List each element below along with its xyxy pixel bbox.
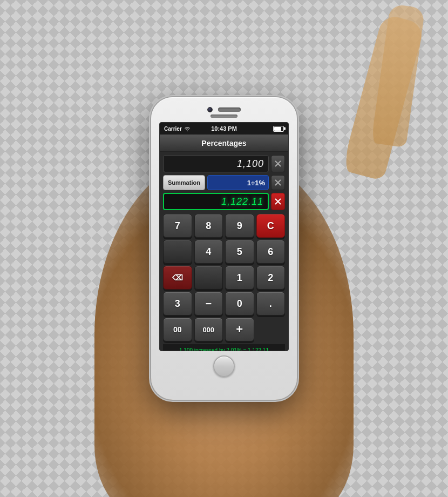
key-dot[interactable]: . [256,292,286,315]
key-2[interactable]: 2 [256,266,286,290]
x-icon-2 [274,179,282,186]
result-display: 1,122.11 [163,193,269,210]
key-7[interactable]: 7 [163,214,192,238]
key-clear[interactable]: C [256,214,286,238]
result-text-area: 1,100 increased by 2.01% = 1,122.11 incr… [163,344,285,351]
status-time: 10:43 PM [211,125,237,132]
summation-button[interactable]: Summation [163,175,205,190]
clear-btn-2[interactable] [271,175,285,190]
key-000[interactable]: 000 [194,318,223,341]
display-row-2: Summation 1÷1% [163,175,285,190]
status-bar: Carrier 10:43 PM [160,123,288,135]
display-row-result: 1,122.11 [163,193,285,210]
title-bar: Percentages [160,135,288,152]
status-right [273,126,284,132]
clear-btn-red[interactable] [271,193,285,210]
key-3[interactable]: 3 [163,292,192,315]
key-1[interactable]: 1 [225,266,254,290]
main-display-value: 1,100 [237,158,264,170]
phone-bottom [213,351,235,379]
main-display: 1,100 [163,155,269,172]
battery-icon [273,126,284,132]
keypad: 7 8 9 C 4 5 6 ⌫ 1 2 3 − 0 . 00 0 [163,214,285,341]
home-button[interactable] [213,355,235,377]
phone: Carrier 10:43 PM Percentages [151,97,297,400]
camera [207,107,213,112]
pct-display: 1÷1% [207,175,269,190]
status-left: Carrier [164,126,191,132]
speaker [211,115,237,118]
battery-fill [274,127,281,131]
result-display-value: 1,122.11 [221,196,263,207]
key-backspace[interactable]: ⌫ [163,266,192,290]
app-title: Percentages [201,139,246,147]
key-6[interactable]: 6 [256,240,286,264]
key-8[interactable]: 8 [194,214,223,238]
x-icon [274,160,282,167]
carrier-text: Carrier [164,126,182,132]
phone-screen: Carrier 10:43 PM Percentages [159,122,289,351]
key-0[interactable]: 0 [225,292,254,315]
key-dark-1[interactable] [163,240,192,264]
x-icon-red [274,198,282,205]
phone-top [155,104,293,122]
top-sensors [207,107,241,112]
key-4[interactable]: 4 [194,240,223,264]
key-minus[interactable]: − [194,292,223,315]
earpiece [218,108,241,112]
calc-body: 1,100 Summation 1÷1% [160,152,288,351]
key-dark-2[interactable] [194,266,223,290]
key-plus[interactable]: + [225,318,254,341]
pct-display-value: 1÷1% [247,179,265,187]
result-line1: 1,100 increased by 2.01% = 1,122.11 [165,347,283,351]
wifi-icon [184,126,191,131]
clear-btn-1[interactable] [271,155,285,172]
key-00[interactable]: 00 [163,318,192,341]
key-5[interactable]: 5 [225,240,254,264]
key-9[interactable]: 9 [225,214,254,238]
display-row-1: 1,100 [163,155,285,172]
